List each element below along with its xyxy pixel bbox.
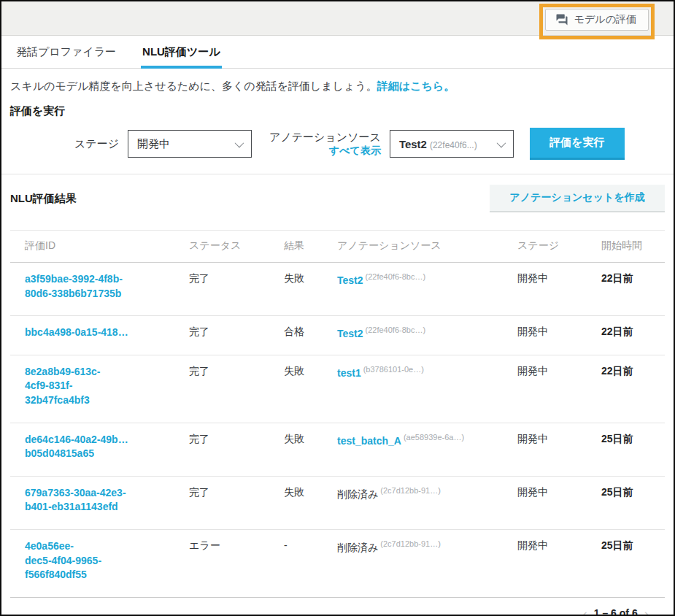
annotation-source-cell: 削除済み(2c7d12bb-91…) (337, 486, 517, 501)
tab-utterance-profiler-label: 発話プロファイラー (16, 45, 116, 59)
stage-value: 開発中 (517, 433, 601, 446)
annotation-source-cell: test_batch_A(ae58939e-6a…) (337, 433, 517, 447)
results-title: NLU評価結果 (10, 192, 77, 206)
result-value: 合格 (284, 326, 337, 339)
chevron-down-icon (235, 139, 244, 148)
status-value: 完了 (189, 486, 284, 499)
annotation-source-label: アノテーションソース (269, 131, 381, 145)
eval-id-link[interactable]: 8e2a8b49-613c- 4cf9-831f- 32b47fca4bf3 (10, 365, 189, 408)
tab-nlu-evaluation-label: NLU評価ツール (142, 45, 220, 59)
table-body: a3f59bae-3992-4f8b- 80d6-338b6b71735b 完了… (10, 263, 665, 598)
start-time-value: 25日前 (601, 539, 665, 553)
result-value: 失敗 (284, 272, 337, 285)
annotation-source-link: 削除済み (337, 488, 378, 499)
annotation-source-id: (2c7d12bb-91…) (380, 486, 441, 495)
start-time-value: 25日前 (601, 486, 665, 499)
pagination-text: 1 – 6 of 6 (594, 607, 638, 616)
run-evaluation-title: 評価を実行 (10, 104, 665, 118)
annotation-source-id: (2c7d12bb-91…) (380, 539, 441, 548)
column-header-annotation-source: アノテーションソース (337, 239, 517, 253)
status-value: エラー (189, 539, 284, 553)
section-divider (1, 174, 674, 174)
results-table: 評価ID ステータス 結果 アノテーションソース ステージ 開始時間 a3f59… (10, 230, 665, 598)
stage-value: 開発中 (517, 326, 601, 339)
annotation-source-cell: 削除済み(2c7d12bb-91…) (337, 539, 517, 555)
tab-utterance-profiler[interactable]: 発話プロファイラー (16, 36, 116, 68)
stage-value: 開発中 (517, 539, 601, 553)
stage-value: 開発中 (517, 486, 601, 499)
eval-id-link[interactable]: a3f59bae-3992-4f8b- 80d6-338b6b71735b (10, 272, 189, 301)
forum-icon (555, 13, 568, 26)
column-header-result: 結果 (284, 239, 337, 253)
stage-value: 開発中 (517, 365, 601, 378)
start-time-value: 22日前 (601, 272, 665, 285)
start-time-value: 22日前 (601, 326, 665, 339)
intro-sentence: スキルのモデル精度を向上させるために、多くの発話を評価しましょう。 (10, 80, 377, 92)
table-row: de64c146-40a2-49b… b05d04815a65 完了 失敗 te… (10, 423, 665, 477)
annotation-source-id: (ae58939e-6a…) (404, 433, 464, 442)
eval-id-link[interactable]: de64c146-40a2-49b… b05d04815a65 (10, 433, 189, 461)
page-frame: モデルの評価 発話プロファイラー NLU評価ツール スキルのモデル精度を向上させ… (0, 0, 675, 616)
tab-bar: 発話プロファイラー NLU評価ツール (1, 36, 674, 69)
annotation-source-cell: Test2(22fe40f6-8bc…) (337, 326, 517, 339)
run-evaluation-form: ステージ 開発中 アノテーションソース すべて表示 Test2(22fe40f6… (74, 128, 665, 160)
start-time-value: 25日前 (601, 433, 665, 446)
annotation-source-link[interactable]: test1 (337, 366, 361, 378)
annotation-source-id: (b3786101-0e…) (363, 365, 424, 374)
table-row: bbc4a498-0a15-418… 完了 合格 Test2(22fe40f6-… (10, 316, 665, 355)
annotation-source-label-block: アノテーションソース すべて表示 (269, 131, 381, 157)
annotation-source-value: Test2 (399, 138, 427, 150)
eval-id-link[interactable]: bbc4a498-0a15-418… (10, 326, 189, 340)
table-row: 679a7363-30aa-42e3- b401-eb31a1143efd 完了… (10, 477, 665, 530)
eval-id-link[interactable]: 4e0a56ee- dec5-4f04-9965- f566f840df55 (10, 539, 189, 582)
status-value: 完了 (189, 433, 284, 446)
annotation-source-id: (22fe40f6-8bc…) (366, 272, 426, 281)
start-time-value: 22日前 (601, 365, 665, 378)
result-value: 失敗 (284, 433, 337, 446)
table-row: 4e0a56ee- dec5-4f04-9965- f566f840df55 エ… (10, 530, 665, 598)
stage-value: 開発中 (517, 272, 601, 285)
annotation-source-link[interactable]: test_batch_A (337, 434, 401, 446)
annotation-source-link[interactable]: Test2 (337, 274, 363, 286)
annotation-source-cell: test1(b3786101-0e…) (337, 365, 517, 379)
status-value: 完了 (189, 326, 284, 339)
status-value: 完了 (189, 272, 284, 285)
results-header: NLU評価結果 アノテーションセットを作成 (10, 185, 665, 212)
annotation-source-select[interactable]: Test2(22fe40f6...) (390, 130, 514, 158)
stage-label: ステージ (74, 137, 119, 151)
column-header-stage: ステージ (517, 239, 601, 253)
pagination-next-icon[interactable]: › (644, 607, 649, 616)
annotation-highlight-box: モデルの評価 (539, 4, 655, 39)
table-header-row: 評価ID ステータス 結果 アノテーションソース ステージ 開始時間 (10, 231, 665, 263)
result-value: 失敗 (284, 486, 337, 499)
table-row: 8e2a8b49-613c- 4cf9-831f- 32b47fca4bf3 完… (10, 355, 665, 423)
annotation-source-link[interactable]: Test2 (337, 328, 363, 339)
learn-more-link[interactable]: 詳細はこちら。 (377, 80, 455, 92)
table-row: a3f59bae-3992-4f8b- 80d6-338b6b71735b 完了… (10, 263, 665, 316)
pagination: ‹ 1 – 6 of 6 › (10, 607, 649, 616)
top-bar: モデルの評価 (1, 1, 674, 36)
model-evaluation-label: モデルの評価 (574, 13, 636, 26)
main-content: スキルのモデル精度を向上させるために、多くの発話を評価しましょう。詳細はこちら。… (1, 69, 674, 616)
annotation-source-cell: Test2(22fe40f6-8bc…) (337, 272, 517, 286)
annotation-source-value-id: (22fe40f6...) (430, 140, 477, 150)
annotation-source-id: (22fe40f6-8bc…) (366, 326, 426, 334)
status-value: 完了 (189, 365, 284, 378)
intro-text: スキルのモデル精度を向上させるために、多くの発話を評価しましょう。詳細はこちら。 (10, 80, 665, 93)
stage-select-value: 開発中 (137, 137, 170, 151)
show-all-link[interactable]: すべて表示 (329, 145, 381, 156)
model-evaluation-button[interactable]: モデルの評価 (545, 9, 649, 31)
result-value: - (284, 539, 337, 551)
annotation-source-link: 削除済み (337, 542, 378, 553)
column-header-status: ステータス (189, 239, 284, 253)
column-header-start-time: 開始時間 (601, 239, 665, 253)
pagination-prev-icon[interactable]: ‹ (582, 607, 587, 616)
run-evaluation-button[interactable]: 評価を実行 (530, 128, 625, 160)
create-annotation-set-button[interactable]: アノテーションセットを作成 (490, 185, 665, 212)
eval-id-link[interactable]: 679a7363-30aa-42e3- b401-eb31a1143efd (10, 486, 189, 515)
column-header-eval-id: 評価ID (10, 239, 189, 253)
result-value: 失敗 (284, 365, 337, 378)
stage-select[interactable]: 開発中 (128, 130, 252, 158)
chevron-down-icon (496, 139, 506, 148)
tab-nlu-evaluation[interactable]: NLU評価ツール (142, 36, 220, 68)
